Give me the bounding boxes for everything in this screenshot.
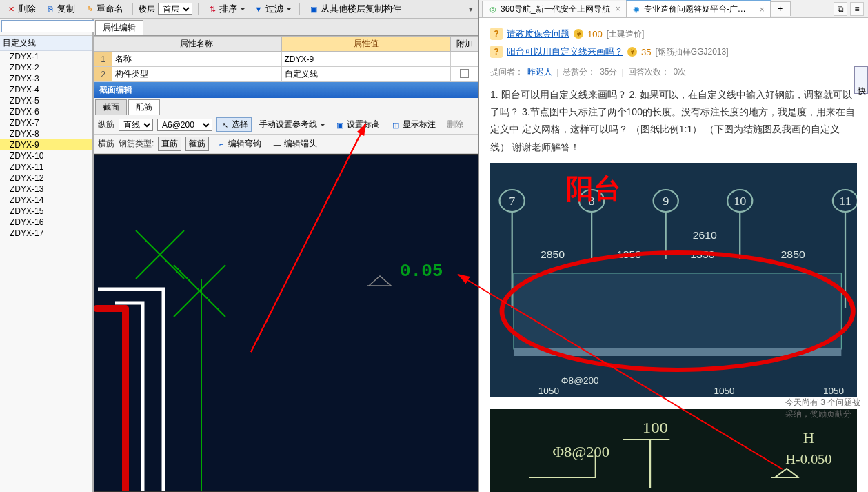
copy-button[interactable]: ⎘ 复制 xyxy=(42,1,79,17)
chevron-down-icon xyxy=(286,8,292,10)
svg-text:Φ8@200: Φ8@200 xyxy=(561,376,599,386)
menu-icon[interactable]: ≡ xyxy=(850,2,864,16)
tree-list[interactable]: ZDYX-1ZDYX-2ZDYX-3ZDYX-4ZDYX-5ZDYX-6ZDYX… xyxy=(0,51,92,492)
col-value-header: 属性值 xyxy=(281,37,451,52)
browser-tabstrip: ◎ 360导航_新一代安全上网导航 × ◉ 专业造价问题答疑平台-广联达服 × … xyxy=(479,0,868,18)
svg-text:1050: 1050 xyxy=(823,386,844,396)
qa-item-0: ? 请教质保金问题 ￥ 100 [土建造价] xyxy=(490,25,857,43)
line-select[interactable]: 直线 xyxy=(119,119,153,131)
sort-label: 排序 xyxy=(219,3,237,15)
svg-rect-35 xyxy=(490,409,857,492)
tree-item[interactable]: ZDYX-15 xyxy=(0,206,92,217)
floor-select[interactable]: 首层 xyxy=(158,3,192,15)
hook-icon: ⌐ xyxy=(216,139,226,149)
page-content[interactable]: ? 请教质保金问题 ￥ 100 [土建造价] ? 阳台可以用自定义线来画吗？ ￥… xyxy=(479,18,868,492)
copy-from-other-button[interactable]: ▣ 从其他楼层复制构件 xyxy=(305,1,405,17)
col-name-header: 属性名称 xyxy=(112,37,282,52)
close-icon[interactable]: × xyxy=(760,5,765,14)
search-input[interactable] xyxy=(1,20,106,32)
tree-item[interactable]: ZDYX-16 xyxy=(0,217,92,228)
chevron-down-icon xyxy=(240,8,245,10)
rename-button[interactable]: ✎ 重命名 xyxy=(81,1,127,17)
rebar-type-label: 钢筋类型: xyxy=(119,138,154,150)
annot-icon: ◫ xyxy=(391,120,401,130)
sort-button[interactable]: ⇅ 排序 xyxy=(204,1,248,17)
tree-item[interactable]: ZDYX-3 xyxy=(0,73,92,84)
tree-item[interactable]: ZDYX-4 xyxy=(0,84,92,95)
svg-rect-28 xyxy=(514,273,841,349)
tree-item[interactable]: ZDYX-13 xyxy=(0,184,92,195)
qa-title-link[interactable]: 请教质保金问题 xyxy=(507,28,569,40)
tree-item[interactable]: ZDYX-11 xyxy=(0,161,92,173)
tree-item[interactable]: ZDYX-9 xyxy=(0,139,92,150)
question-body: 1. 阳台可以用自定义线来画吗？ 2. 如果可以，在自定义线中输入好钢筋，调整就… xyxy=(490,83,857,163)
tab-section[interactable]: 截面 xyxy=(95,99,127,115)
svg-text:2850: 2850 xyxy=(781,249,805,260)
floor-label: 楼层 xyxy=(139,3,155,15)
qa-tag: [钢筋抽样GGJ2013] xyxy=(655,46,728,58)
delete-rebar-button[interactable]: 删除 xyxy=(443,117,467,132)
tree-item[interactable]: ZDYX-8 xyxy=(0,128,92,139)
qa-reward: 100 xyxy=(587,29,603,39)
select-tool[interactable]: ↖ 选择 xyxy=(216,117,252,132)
search-bar: 🔍 xyxy=(0,19,92,36)
property-row[interactable]: 1名称ZDYX-9 xyxy=(94,52,478,67)
property-grid: 属性名称 属性值 附加 1名称ZDYX-92构件类型自定义线 xyxy=(94,36,478,82)
tree-item[interactable]: ZDYX-5 xyxy=(0,95,92,106)
quick-button[interactable]: 快 xyxy=(854,66,868,94)
dropdown-icon[interactable]: ▾ xyxy=(466,4,476,14)
svg-text:H: H xyxy=(803,431,814,446)
tab-title: 专业造价问题答疑平台-广联达服 xyxy=(644,3,754,15)
set-ref-line-button[interactable]: 手动设置参考线 xyxy=(256,117,327,132)
delete-label: 删除 xyxy=(18,3,36,15)
tab-title: 360导航_新一代安全上网导航 xyxy=(501,3,610,15)
set-offset-button[interactable]: ▣ 设置标高 xyxy=(332,117,383,132)
favicon-icon: ◎ xyxy=(488,4,498,14)
question-meta: 提问者： 昨迟人 | 悬赏分： 35分 | 回答次数： 0次 xyxy=(490,61,857,83)
stirrup-button[interactable]: 箍筋 xyxy=(185,137,209,151)
show-annot-button[interactable]: ◫ 显示标注 xyxy=(387,117,439,132)
coin-icon: ￥ xyxy=(574,29,583,39)
attached-photo-1: 7 8 9 10 11 2610 2850 1350 1350 2850 xyxy=(490,163,857,397)
close-icon[interactable]: × xyxy=(616,4,620,14)
tab-rebar[interactable]: 配筋 xyxy=(128,99,160,115)
question-icon: ? xyxy=(490,46,503,58)
copy-from-other-label: 从其他楼层复制构件 xyxy=(321,3,401,15)
restore-icon[interactable]: ⧉ xyxy=(834,2,847,16)
svg-text:100: 100 xyxy=(643,419,668,435)
straight-rebar-button[interactable]: 直筋 xyxy=(158,137,181,151)
spec-select[interactable]: A6@200 xyxy=(157,119,212,131)
tree-item[interactable]: ZDYX-17 xyxy=(0,228,92,239)
tree-item[interactable]: ZDYX-7 xyxy=(0,117,92,128)
tree-item[interactable]: ZDYX-2 xyxy=(0,62,92,73)
section-canvas[interactable] xyxy=(94,154,478,492)
svg-text:1050: 1050 xyxy=(538,386,559,396)
edit-hook-button[interactable]: ⌐ 编辑弯钩 xyxy=(213,137,265,151)
tree-item[interactable]: ZDYX-14 xyxy=(0,195,92,206)
copy-icon: ⎘ xyxy=(46,4,55,14)
svg-text:10: 10 xyxy=(734,195,746,208)
qa-title-link[interactable]: 阳台可以用自定义线来画吗？ xyxy=(507,46,623,58)
tree-item[interactable]: ZDYX-10 xyxy=(0,150,92,161)
tab-property-edit[interactable]: 属性编辑 xyxy=(95,20,143,35)
rebar-row-1: 纵筋 直线 A6@200 ↖ 选择 手动设置参考线 ▣ 设置标高 xyxy=(94,115,478,135)
svg-text:7: 7 xyxy=(509,195,516,208)
tree-item[interactable]: ZDYX-1 xyxy=(0,51,92,62)
end-icon: — xyxy=(272,139,282,149)
edit-end-button[interactable]: — 编辑端头 xyxy=(269,137,321,151)
browser-tab-1[interactable]: ◉ 专业造价问题答疑平台-广联达服 × xyxy=(626,0,771,17)
qa-item-1: ? 阳台可以用自定义线来画吗？ ￥ 35 [钢筋抽样GGJ2013] xyxy=(490,43,857,61)
tree-item[interactable]: ZDYX-12 xyxy=(0,173,92,184)
filter-button[interactable]: ▼ 过滤 xyxy=(250,1,294,17)
rename-label: 重命名 xyxy=(97,3,123,15)
transverse-label: 横筋 xyxy=(98,138,114,150)
cad-application: ✕ 删除 ⎘ 复制 ✎ 重命名 楼层 首层 ⇅ 排序 ▼ xyxy=(0,0,479,492)
coin-icon: ￥ xyxy=(627,47,637,57)
property-row[interactable]: 2构件类型自定义线 xyxy=(94,67,478,82)
browser-tab-0[interactable]: ◎ 360导航_新一代安全上网导航 × xyxy=(482,1,627,17)
tree-item[interactable]: ZDYX-6 xyxy=(0,106,92,117)
new-tab-button[interactable]: + xyxy=(770,1,791,16)
building-icon: ▣ xyxy=(309,4,319,14)
delete-button[interactable]: ✕ 删除 xyxy=(3,1,39,17)
asker-link[interactable]: 昨迟人 xyxy=(527,66,552,78)
